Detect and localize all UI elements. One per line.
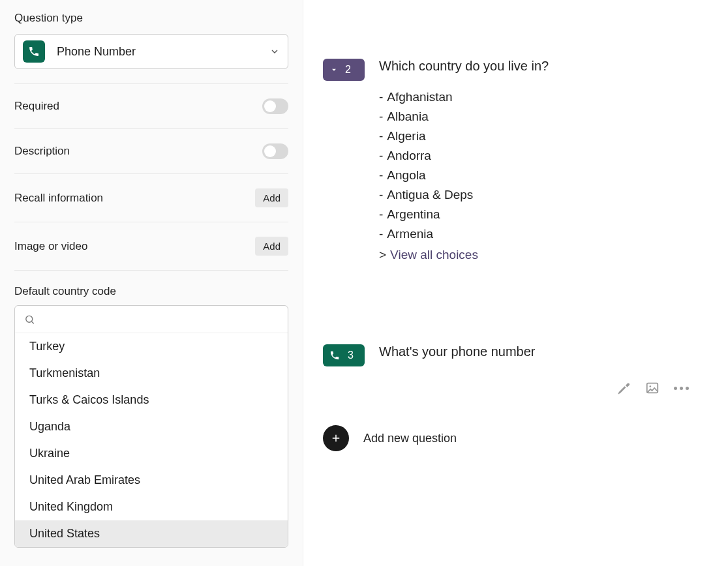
chevron-down-icon — [329, 65, 339, 74]
default-country-code-label: Default country code — [14, 285, 288, 298]
question-2-badge: 2 — [323, 59, 365, 81]
question-3-number: 3 — [348, 350, 354, 361]
country-option[interactable]: United States — [15, 520, 288, 547]
svg-point-0 — [26, 316, 33, 322]
question-3-badge: 3 — [323, 344, 365, 366]
country-code-dropdown: TurkeyTurkmenistanTurks & Caicos Islands… — [14, 305, 288, 548]
plus-icon — [330, 432, 342, 444]
country-search-input[interactable] — [39, 312, 279, 326]
question-2-title: Which country do you live in? — [379, 59, 549, 74]
country-option[interactable]: United Kingdom — [15, 494, 288, 520]
question-2-row[interactable]: 2 Which country do you live in? — [323, 59, 708, 81]
question-3-section: 3 What's your phone number — [323, 344, 708, 366]
choice-item: -Argentina — [379, 205, 708, 224]
choice-item: -Armenia — [379, 224, 708, 244]
question-2-choices: -Afghanistan-Albania-Algeria-Andorra-Ang… — [379, 87, 708, 244]
question-type-label: Question type — [14, 12, 288, 25]
recall-add-button[interactable]: Add — [255, 188, 288, 207]
country-option[interactable]: United Arab Emirates — [15, 467, 288, 494]
image-video-row: Image or video Add — [14, 222, 288, 271]
add-question-row: Add new question — [323, 425, 708, 451]
svg-point-3 — [649, 385, 651, 387]
recall-row: Recall information Add — [14, 174, 288, 222]
country-option[interactable]: Turkmenistan — [15, 360, 288, 387]
choice-item: -Andorra — [379, 146, 708, 166]
choice-item: -Afghanistan — [379, 87, 708, 107]
required-row: Required — [14, 84, 288, 129]
svg-line-1 — [32, 321, 34, 323]
question-3-row[interactable]: 3 What's your phone number — [323, 344, 708, 366]
country-option[interactable]: Ukraine — [15, 440, 288, 467]
country-option[interactable]: Turks & Caicos Islands — [15, 387, 288, 413]
phone-icon — [23, 40, 45, 63]
choice-item: -Albania — [379, 107, 708, 127]
required-toggle[interactable] — [262, 98, 288, 114]
country-option-list: TurkeyTurkmenistanTurks & Caicos Islands… — [15, 333, 288, 547]
description-row: Description — [14, 129, 288, 174]
image-video-label: Image or video — [14, 240, 87, 253]
choice-item: -Angola — [379, 166, 708, 185]
chevron-down-icon — [269, 46, 280, 57]
description-toggle[interactable] — [262, 143, 288, 159]
more-icon[interactable] — [674, 387, 689, 390]
country-option[interactable]: Uganda — [15, 413, 288, 440]
required-label: Required — [14, 100, 59, 113]
question-canvas: 2 Which country do you live in? -Afghani… — [303, 0, 728, 566]
wrench-icon[interactable] — [616, 381, 631, 395]
phone-icon — [329, 350, 340, 361]
question-type-value: Phone Number — [57, 45, 269, 59]
image-icon[interactable] — [645, 381, 660, 395]
question-3-actions — [616, 381, 689, 395]
view-all-choices-link[interactable]: >View all choices — [379, 244, 708, 266]
question-3-title: What's your phone number — [379, 344, 536, 359]
add-question-label: Add new question — [363, 432, 457, 445]
question-2-number: 2 — [345, 64, 351, 76]
choice-item: -Antigua & Deps — [379, 185, 708, 205]
description-label: Description — [14, 145, 70, 158]
country-option[interactable]: Turkey — [15, 333, 288, 360]
search-icon — [24, 314, 35, 325]
choice-item: -Algeria — [379, 127, 708, 146]
view-all-label: View all choices — [390, 248, 478, 261]
question-type-select[interactable]: Phone Number — [14, 34, 288, 69]
settings-sidebar: Question type Phone Number Required Desc… — [0, 0, 303, 566]
image-video-add-button[interactable]: Add — [255, 237, 288, 256]
country-search-row — [15, 306, 288, 333]
add-question-button[interactable] — [323, 425, 349, 451]
recall-label: Recall information — [14, 192, 103, 205]
